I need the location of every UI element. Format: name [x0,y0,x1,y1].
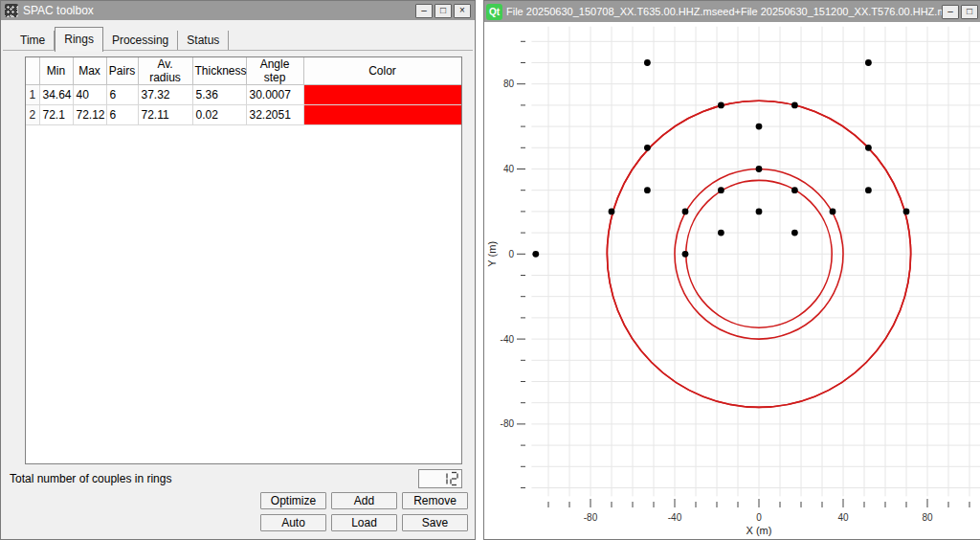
cell-av-radius[interactable]: 72.11 [138,105,192,125]
table-row: 134.6440637.325.3630.0007 [26,85,461,105]
row-number[interactable]: 1 [26,85,39,105]
cell-color-swatch[interactable] [303,105,461,125]
y-axis-label: Y (m) [486,241,498,267]
coarray-point [532,251,539,258]
total-couples-lcd [418,469,462,488]
svg-text:-80: -80 [501,418,515,429]
save-button[interactable]: Save [402,514,468,531]
cell-pairs[interactable]: 6 [106,85,138,105]
load-button[interactable]: Load [331,514,397,531]
coarray-point [718,230,724,236]
coarray-point [644,145,651,151]
total-couples-label: Total number of couples in rings [10,472,171,485]
remove-button[interactable]: Remove [402,492,468,509]
coarray-points [532,59,909,258]
coarray-point [756,124,763,130]
svg-text:80: 80 [922,512,933,523]
optimize-button[interactable]: Optimize [260,492,326,509]
column-header-pairs[interactable]: Pairs [106,57,138,85]
coarray-point [718,187,724,193]
rings-plot-window: Qt File 20250630_150708_XX.T635.00.HHZ.m… [483,0,980,540]
row-number[interactable]: 2 [26,105,39,125]
cell-color-swatch[interactable] [303,85,461,105]
right-window-title: File 20250630_150708_XX.T635.00.HHZ.msee… [506,6,942,17]
cell-max[interactable]: 72.12 [73,105,106,125]
tab-status[interactable]: Status [178,31,229,51]
plot-grid [531,27,980,497]
coarray-point [682,251,689,258]
right-titlebar[interactable]: Qt File 20250630_150708_XX.T635.00.HHZ.m… [484,1,980,22]
coarray-point [609,209,615,215]
close-icon[interactable]: × [454,4,471,18]
coarray-point [791,230,798,236]
tab-processing[interactable]: Processing [103,31,178,51]
coarray-point [903,209,910,215]
cell-min[interactable]: 34.64 [39,85,73,105]
svg-text:80: 80 [503,79,515,89]
spac-toolbox-window: SPAC toolbox – □ × TimeRingsProcessingSt… [0,0,476,540]
minimize-icon[interactable]: – [415,4,433,18]
cell-max[interactable]: 40 [73,85,106,105]
maximize-icon[interactable]: □ [961,5,978,19]
svg-text:-40: -40 [501,334,515,345]
cell-thickness[interactable]: 5.36 [192,85,246,105]
coarray-point [644,187,651,193]
coarray-point [756,209,763,215]
svg-text:40: 40 [503,164,515,174]
coarray-point [865,187,872,193]
cell-angle-step[interactable]: 32.2051 [246,105,303,125]
svg-text:0: 0 [756,512,762,523]
column-header-av-radius[interactable]: Av. radius [138,57,192,85]
svg-text:-80: -80 [584,512,598,523]
coarray-point [718,102,724,109]
lcd-digits [419,470,461,487]
svg-text:0: 0 [508,249,514,259]
column-header-max[interactable]: Max [73,57,106,85]
x-axis: -80-4004080X (m) [548,499,969,536]
tab-bar: TimeRingsProcessingStatus [11,31,229,51]
coarray-point [756,166,763,172]
cell-av-radius[interactable]: 37.32 [138,85,192,105]
maximize-icon[interactable]: □ [434,4,452,18]
coarray-point [682,209,689,215]
auto-button[interactable]: Auto [260,514,326,531]
column-header-min[interactable]: Min [39,57,73,85]
minimize-icon[interactable]: – [942,5,959,19]
coarray-point [791,187,798,193]
left-window-title: SPAC toolbox [23,4,415,17]
column-header-thickness[interactable]: Thickness [192,57,246,85]
coarray-point [830,209,836,215]
left-window-controls: – □ × [415,4,471,18]
rings-table: MinMaxPairsAv. radiusThicknessAngle step… [26,57,462,125]
coarray-point [644,59,651,66]
left-titlebar[interactable]: SPAC toolbox – □ × [1,1,475,20]
y-axis: -80-4004080Y (m) [486,41,525,487]
cell-min[interactable]: 72.1 [39,105,73,125]
coarray-point [865,145,872,151]
cell-angle-step[interactable]: 30.0007 [246,85,303,105]
cell-thickness[interactable]: 0.02 [192,105,246,125]
coarray-point [865,59,872,66]
table-row: 272.172.12672.110.0232.2051 [26,105,461,125]
svg-text:-40: -40 [668,512,682,523]
action-buttons: OptimizeAddRemoveAutoLoadSave [260,492,468,531]
rings-plot: -80-4004080X (m)-80-4004080Y (m) [484,22,980,540]
column-header-color[interactable]: Color [303,57,461,85]
table-header-row: MinMaxPairsAv. radiusThicknessAngle step… [26,57,461,85]
qt-logo-icon: Qt [486,4,502,20]
spac-app-icon [5,4,18,17]
table-corner [26,57,39,85]
tab-time[interactable]: Time [11,31,55,51]
rings-table-container: MinMaxPairsAv. radiusThicknessAngle step… [25,56,462,464]
svg-text:40: 40 [837,512,849,523]
x-axis-label: X (m) [746,525,772,536]
tab-rings[interactable]: Rings [55,27,103,52]
cell-pairs[interactable]: 6 [106,105,138,125]
column-header-angle-step[interactable]: Angle step [246,57,303,85]
coarray-point [791,102,798,109]
right-window-controls: – □ [942,5,978,19]
add-button[interactable]: Add [331,492,397,509]
